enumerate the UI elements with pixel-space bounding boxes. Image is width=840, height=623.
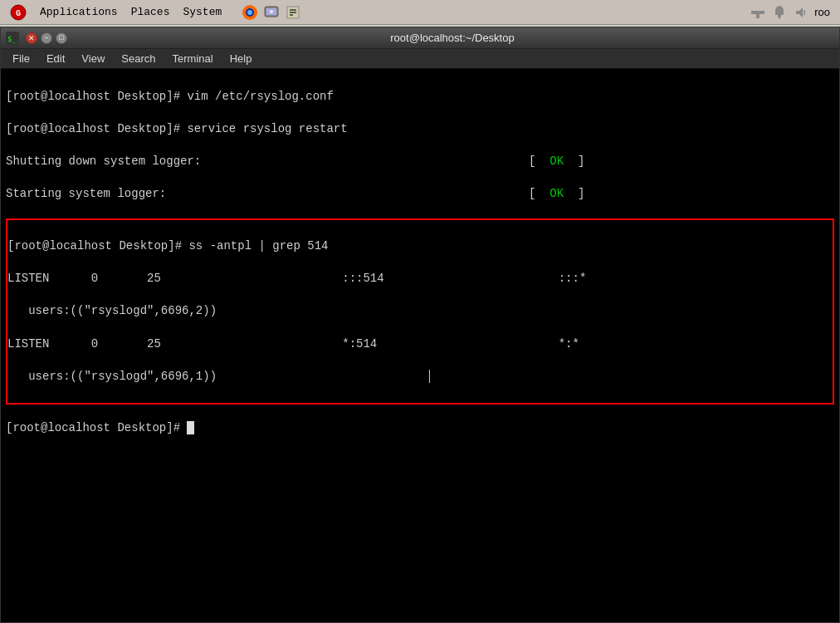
svg-point-7 bbox=[270, 10, 273, 13]
menu-file[interactable]: File bbox=[4, 51, 38, 66]
menu-help[interactable]: Help bbox=[222, 51, 261, 66]
gnome-logo: G bbox=[3, 2, 33, 22]
title-bar: $_ ✕ – □ root@localhost:~/Desktop bbox=[1, 27, 839, 49]
network-icon bbox=[750, 4, 766, 21]
svg-rect-12 bbox=[751, 11, 764, 14]
highlighted-section: [root@localhost Desktop]# ss -antpl | gr… bbox=[6, 218, 834, 405]
svg-rect-13 bbox=[756, 14, 759, 18]
taskbar-applications[interactable]: Applications bbox=[33, 4, 125, 20]
term-line-3: Shutting down system logger: [ OK ] bbox=[6, 154, 834, 170]
terminal-window: $_ ✕ – □ root@localhost:~/Desktop File E… bbox=[0, 27, 840, 623]
screenshot-icon[interactable] bbox=[263, 4, 280, 21]
maximize-button[interactable]: □ bbox=[56, 32, 67, 44]
speaker-icon bbox=[793, 4, 809, 21]
username-label: roo bbox=[814, 6, 830, 18]
gnome-icon: G bbox=[10, 4, 27, 21]
svg-point-4 bbox=[247, 10, 252, 15]
term-line-5: [root@localhost Desktop]# ss -antpl | gr… bbox=[7, 238, 833, 255]
minimize-button[interactable]: – bbox=[41, 32, 52, 44]
taskbar: G Applications Places System bbox=[0, 0, 840, 25]
menu-edit[interactable]: Edit bbox=[38, 51, 73, 66]
taskbar-system[interactable]: System bbox=[176, 4, 228, 20]
menu-search[interactable]: Search bbox=[113, 51, 164, 66]
term-line-8: LISTEN 0 25 *:514 *:* bbox=[7, 336, 833, 353]
ok-badge-2: OK bbox=[549, 187, 564, 200]
term-line-2: [root@localhost Desktop]# service rsyslo… bbox=[6, 121, 834, 138]
terminal-cursor bbox=[187, 421, 194, 434]
svg-marker-16 bbox=[796, 7, 803, 17]
bell-icon bbox=[771, 4, 788, 21]
text-cursor-indicator: │ bbox=[426, 369, 432, 385]
ok-badge-1: OK bbox=[549, 155, 564, 168]
term-line-6: LISTEN 0 25 :::514 :::* bbox=[7, 271, 833, 287]
terminal-content[interactable]: [root@localhost Desktop]# vim /etc/rsysl… bbox=[1, 69, 839, 622]
term-line-4: Starting system logger: [ OK ] bbox=[6, 186, 834, 203]
edit-icon[interactable] bbox=[285, 4, 301, 21]
menu-view[interactable]: View bbox=[73, 51, 113, 66]
firefox-icon[interactable] bbox=[242, 4, 258, 21]
close-button[interactable]: ✕ bbox=[26, 32, 37, 44]
term-line-1: [root@localhost Desktop]# vim /etc/rsysl… bbox=[6, 89, 834, 105]
term-line-10: [root@localhost Desktop]# bbox=[6, 420, 834, 437]
term-line-9: users:(("rsyslogd",6696,1)) │ bbox=[7, 369, 833, 385]
svg-text:$_: $_ bbox=[7, 35, 17, 43]
taskbar-places[interactable]: Places bbox=[125, 4, 177, 20]
term-line-7: users:(("rsyslogd",6696,2)) bbox=[7, 303, 833, 320]
terminal-icon: $_ bbox=[6, 32, 19, 45]
menu-bar: File Edit View Search Terminal Help bbox=[1, 49, 839, 69]
window-title: root@localhost:~/Desktop bbox=[71, 32, 834, 44]
taskbar-right: roo bbox=[750, 4, 837, 21]
menu-terminal[interactable]: Terminal bbox=[164, 51, 222, 66]
svg-point-15 bbox=[779, 16, 781, 18]
svg-text:G: G bbox=[16, 9, 21, 18]
